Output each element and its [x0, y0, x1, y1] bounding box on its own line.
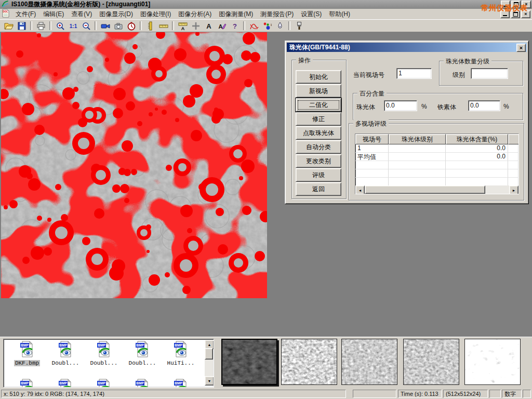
micrograph-image[interactable]	[1, 32, 267, 298]
file-item[interactable]: BMPHuiTi...	[163, 341, 199, 366]
table-cell	[446, 169, 508, 178]
toolbar-separator	[288, 21, 290, 30]
operation-button-5[interactable]: 点取珠光体	[296, 126, 341, 140]
open-file-icon[interactable]	[2, 20, 15, 31]
operation-button-2[interactable]: 新视场	[296, 84, 341, 98]
file-item-partial[interactable]: BMP	[124, 379, 161, 388]
menu-item-2[interactable]: 编辑(E)	[39, 9, 68, 20]
ferrite-percent-input[interactable]: 0.0	[468, 100, 500, 111]
mdi-close-button[interactable]: ×	[521, 10, 530, 18]
current-field-input[interactable]: 1	[396, 68, 432, 79]
micrograph-thumb-5[interactable]	[464, 339, 521, 385]
pen-tool-icon[interactable]	[273, 20, 286, 31]
status-bar: x: 510 y: 79 idx: 0 RGB: (174, 174, 174)…	[0, 388, 532, 399]
measure-text-icon[interactable]: A	[176, 20, 189, 31]
file-item-partial[interactable]: BMP	[86, 379, 122, 388]
menu-item-1[interactable]: 文件(F)	[12, 9, 39, 20]
brush-icon[interactable]	[292, 20, 305, 31]
dialog-close-icon[interactable]: ×	[516, 44, 526, 52]
annotate-icon[interactable]: A	[215, 20, 228, 31]
ruler-icon[interactable]	[157, 20, 170, 31]
operation-button-7[interactable]: 更改类别	[296, 154, 341, 168]
zoom-out-icon[interactable]	[79, 20, 92, 31]
minimize-button[interactable]	[501, 1, 510, 8]
file-name[interactable]: DKF.bmp	[14, 360, 40, 366]
grid-tool-icon[interactable]	[189, 20, 202, 31]
file-name[interactable]: Doubl...	[128, 360, 157, 366]
table-row[interactable]	[355, 178, 519, 186]
video-camera-icon[interactable]	[99, 20, 112, 31]
text-icon[interactable]: A	[202, 20, 215, 31]
micrograph-thumb-3[interactable]	[341, 339, 397, 385]
operation-button-3[interactable]: 二值化	[296, 98, 341, 112]
operation-button-1[interactable]: 初始化	[296, 70, 341, 84]
table-row[interactable]: 平均值0.0	[355, 153, 519, 161]
table-row[interactable]	[355, 169, 519, 178]
menu-item-4[interactable]: 图像显示(D)	[96, 9, 137, 20]
actual-size-icon[interactable]: 1:1	[66, 20, 79, 31]
classify-icon[interactable]: 3	[260, 20, 273, 31]
help-icon[interactable]: ?	[228, 20, 241, 31]
operation-button-4[interactable]: 修正	[296, 112, 341, 126]
file-name[interactable]: HuiTi...	[166, 360, 196, 366]
scroll-left-icon[interactable]: ◄	[355, 185, 365, 194]
camera-icon[interactable]	[112, 20, 125, 31]
menu-item-9[interactable]: 设置(S)	[297, 9, 325, 20]
restore-button[interactable]	[511, 1, 521, 8]
close-button[interactable]: ×	[522, 1, 531, 8]
zoom-in-icon[interactable]	[54, 20, 66, 31]
operation-button-8[interactable]: 评级	[296, 168, 341, 182]
menu-item-6[interactable]: 图像分析(A)	[175, 9, 215, 20]
file-list-scrollbar[interactable]: ▲ ▼	[205, 340, 213, 385]
mdi-minimize-button[interactable]	[500, 10, 510, 18]
file-name[interactable]: Doubl...	[89, 360, 119, 366]
table-column-header[interactable]: 珠光体级别	[389, 134, 446, 144]
mdi-restore-button[interactable]	[511, 10, 520, 18]
grade-input[interactable]	[471, 68, 508, 79]
caliper-icon[interactable]	[144, 20, 157, 31]
menu-item-10[interactable]: 帮助(H)	[325, 9, 354, 20]
file-item[interactable]: BMPDoubl...	[86, 341, 122, 366]
file-item[interactable]: BMPDoubl...	[124, 341, 161, 366]
file-scrollbar-thumb[interactable]	[205, 348, 213, 360]
svg-text:BMP: BMP	[21, 381, 29, 385]
scroll-down-icon[interactable]: ▼	[205, 376, 214, 385]
table-column-header[interactable]: 视场号	[355, 134, 389, 144]
table-column-header[interactable]: 珠光体含量(%)	[446, 134, 508, 144]
save-icon[interactable]	[15, 20, 28, 31]
scrollbar-thumb[interactable]	[365, 185, 485, 194]
micrograph-thumb-4[interactable]	[403, 339, 459, 385]
menu-item-7[interactable]: 图像测量(M)	[215, 9, 257, 20]
table-cell	[355, 169, 389, 178]
table-row[interactable]: 10.0	[355, 144, 519, 153]
table-horizontal-scrollbar[interactable]: ◄ ►	[355, 185, 518, 194]
curve-tool-icon[interactable]	[247, 20, 260, 31]
file-item[interactable]: BMPDKF.bmp	[9, 341, 45, 366]
micrograph-thumb-2[interactable]	[281, 339, 337, 385]
table-column-header[interactable]: 铁素体含量(%)	[508, 134, 519, 144]
file-item-partial[interactable]: BMP	[47, 379, 84, 388]
table-cell	[389, 178, 446, 186]
menu-item-3[interactable]: 查看(V)	[68, 9, 96, 20]
dialog-title-bar[interactable]: 珠光体(GB/T9441-88) ×	[287, 43, 527, 52]
print-icon[interactable]	[34, 20, 47, 31]
menu-item-8[interactable]: 测量报告(P)	[257, 9, 297, 20]
file-name[interactable]: Doubl...	[51, 360, 81, 366]
pearlite-percent-input[interactable]: 0.0	[384, 100, 417, 111]
file-item[interactable]: BMPDoubl...	[47, 341, 84, 366]
file-item-partial[interactable]: BMP	[9, 379, 45, 388]
timer-icon[interactable]	[125, 20, 138, 31]
menu-item-5[interactable]: 图像处理(I)	[137, 9, 175, 20]
micrograph-thumb-1[interactable]	[221, 339, 277, 385]
table-cell	[446, 178, 508, 186]
pearlite-dialog: 珠光体(GB/T9441-88) × 操作 初始化新视场二值化修正点取珠光体自动…	[285, 41, 529, 204]
operation-button-9[interactable]: 返回	[296, 182, 341, 196]
file-item-partial[interactable]: BMP	[163, 379, 199, 388]
bmp-file-icon: BMP	[96, 352, 112, 359]
table-row[interactable]	[355, 161, 519, 169]
table-cell	[389, 169, 446, 178]
table-cell	[389, 161, 446, 169]
operation-button-6[interactable]: 自动分类	[296, 140, 341, 154]
scroll-right-icon[interactable]: ►	[509, 185, 518, 194]
table-cell	[389, 153, 446, 161]
